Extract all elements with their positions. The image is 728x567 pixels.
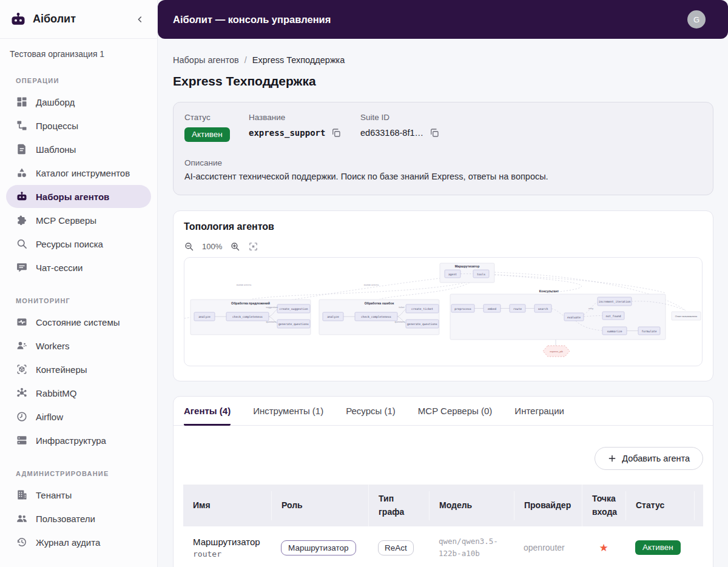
sidebar-item-mcp-servers[interactable]: MCP Серверы <box>6 209 151 232</box>
sidebar-logo-row: Аіболит <box>0 0 157 39</box>
zoom-out-button[interactable] <box>184 241 194 252</box>
sidebar-item-label: Пользователи <box>36 514 95 524</box>
sidebar-item-label: Workers <box>36 341 70 351</box>
zoom-in-button[interactable] <box>230 241 240 252</box>
search-icon <box>16 238 28 250</box>
agent-code-name: router <box>193 549 261 559</box>
sidebar-item-processes[interactable]: Процессы <box>6 114 151 137</box>
svg-text:tools: tools <box>477 273 485 276</box>
add-agent-label: Добавить агента <box>622 454 690 463</box>
suite-summary-card: Статус Активен Название express_support … <box>173 102 713 195</box>
svg-text:Ответ пользователю: Ответ пользователю <box>675 315 697 318</box>
svg-text:preprocess: preprocess <box>454 307 471 310</box>
chevron-left-icon <box>135 15 145 24</box>
copy-suite-id-button[interactable] <box>429 127 440 138</box>
hub-spokes-icon <box>16 387 28 399</box>
tab-mcp-servers[interactable]: MCP Серверы (0) <box>418 397 493 426</box>
tab-bar: Агенты (4) Инструменты (1) Ресурсы (1) M… <box>174 397 713 426</box>
sidebar-item-tenants[interactable]: Тенанты <box>6 483 151 506</box>
svg-text:formulate: formulate <box>642 330 657 333</box>
sidebar-item-label: Тенанты <box>36 490 72 500</box>
edge-label: вызов агента <box>364 283 379 286</box>
col-header-status: Статус <box>625 491 694 520</box>
col-header-entry-point: Точка входа <box>582 485 625 526</box>
flow-icon <box>16 119 28 132</box>
tab-tools[interactable]: Инструменты (1) <box>253 397 323 426</box>
table-row[interactable]: Маршрутизатор router Маршрутизатор ReAct <box>183 526 703 567</box>
sidebar-item-label: Каталог инструментов <box>36 168 130 178</box>
sidebar-item-label: Журнал аудита <box>36 537 100 548</box>
suite-id-value: ed633168-8f1… <box>360 128 423 138</box>
add-agent-button[interactable]: Добавить агента <box>595 447 703 470</box>
sidebar-item-workers[interactable]: Workers <box>6 334 151 357</box>
sidebar-item-system-health[interactable]: Состояние системы <box>6 310 151 334</box>
svg-text:ticket: ticket <box>399 306 405 309</box>
agent-model-cell: qwen/qwen3.5-122b-a10b <box>429 526 514 567</box>
entry-point-star-icon: ★ <box>582 532 625 563</box>
description-text: AI-ассистент технической поддержки. Поис… <box>184 172 702 181</box>
sidebar-item-infrastructure[interactable]: Инфраструктура <box>6 429 151 452</box>
tab-resources[interactable]: Ресурсы (1) <box>346 397 396 426</box>
topology-controls: 100% <box>184 241 703 252</box>
col-header-graph-type: Тип графа <box>368 485 429 526</box>
sidebar-collapse-button[interactable] <box>133 12 147 27</box>
breadcrumb: Наборы агентов / Express Техподдержка <box>173 55 713 65</box>
svg-text:questions: questions <box>266 320 276 323</box>
sidebar-item-dashboard[interactable]: Дашборд <box>6 90 151 113</box>
sidebar-item-label: Шаблоны <box>36 144 76 155</box>
user-avatar[interactable]: G <box>687 10 706 29</box>
sidebar-item-search-resources[interactable]: Ресурсы поиска <box>6 232 151 255</box>
topology-canvas[interactable]: Маршрутизатор agent tools вызов агента в… <box>184 257 703 366</box>
copy-icon <box>331 127 342 138</box>
breadcrumb-parent-link[interactable]: Наборы агентов <box>173 55 239 65</box>
sidebar-item-tool-catalog[interactable]: Каталог инструментов <box>6 161 151 184</box>
sidebar-item-label: MCP Серверы <box>36 215 96 226</box>
agents-card: Агенты (4) Инструменты (1) Ресурсы (1) M… <box>173 396 713 567</box>
sidebar-item-users[interactable]: Пользователи <box>6 507 151 530</box>
topology-node-express-job[interactable]: express_job <box>543 340 570 357</box>
suite-id-label: Suite ID <box>360 113 440 122</box>
topology-group-errors[interactable]: Обработка ошибок analyze check_completen… <box>319 300 439 335</box>
sidebar-item-audit-log[interactable]: Журнал аудита <box>6 531 151 554</box>
status-badge: Активен <box>184 127 230 142</box>
col-header-provider: Провайдер <box>514 491 582 520</box>
sidebar-item-containers[interactable]: Контейнеры <box>6 358 151 381</box>
svg-text:suggestion: suggestion <box>266 306 277 309</box>
copy-name-button[interactable] <box>331 127 342 138</box>
sidebar-item-label: Контейнеры <box>36 364 87 375</box>
sidebar-item-rabbitmq[interactable]: RabbitMQ <box>6 381 151 404</box>
agents-table: Имя Роль Тип графа Модель Провайдер Точк… <box>183 485 703 567</box>
svg-text:Обработка предложений: Обработка предложений <box>231 301 270 305</box>
sidebar-item-chat-sessions[interactable]: Чат-сессии <box>6 256 151 279</box>
page-title: Express Техподдержка <box>173 74 713 89</box>
console-title: Аіболит — консоль управления <box>173 14 687 25</box>
clock-icon <box>16 411 28 423</box>
topology-group-consultant[interactable]: Консультант preprocess <box>450 289 666 340</box>
col-header-role: Роль <box>271 491 368 520</box>
plus-icon <box>608 454 616 463</box>
table-header-row: Имя Роль Тип графа Модель Провайдер Точк… <box>183 485 703 526</box>
graph-type-badge: ReAct <box>378 540 414 555</box>
topology-group-router[interactable]: Маршрутизатор agent tools <box>440 263 494 283</box>
sidebar-item-templates[interactable]: Шаблоны <box>6 138 151 161</box>
topology-group-suggestions[interactable]: Обработка предложений analyze check_comp… <box>190 300 311 335</box>
topology-title: Топология агентов <box>184 221 703 232</box>
puzzle-icon <box>16 214 28 226</box>
svg-text:express_job: express_job <box>550 350 563 353</box>
users-icon <box>16 512 28 525</box>
tab-agents[interactable]: Агенты (4) <box>184 397 231 426</box>
fit-view-button[interactable] <box>248 241 258 252</box>
app-window: Аіболит Тестовая организация 1 ОПЕРАЦИИ … <box>0 0 728 567</box>
suite-code-name: express_support <box>249 128 325 138</box>
sidebar-item-airflow[interactable]: Airflow <box>6 405 151 428</box>
container-cube-icon <box>16 363 28 375</box>
svg-text:embed: embed <box>488 307 496 310</box>
tab-integrations[interactable]: Интеграции <box>514 397 564 426</box>
description-label: Описание <box>184 158 702 167</box>
agent-provider-cell: openrouter <box>514 534 582 562</box>
model-name: qwen/qwen3.5-122b-a10b <box>439 535 504 560</box>
agents-table-viewport[interactable]: Имя Роль Тип графа Модель Провайдер Точк… <box>183 485 703 567</box>
breadcrumb-separator: / <box>244 55 247 65</box>
document-icon <box>16 143 28 155</box>
sidebar-item-agent-suites[interactable]: Наборы агентов <box>6 185 151 208</box>
